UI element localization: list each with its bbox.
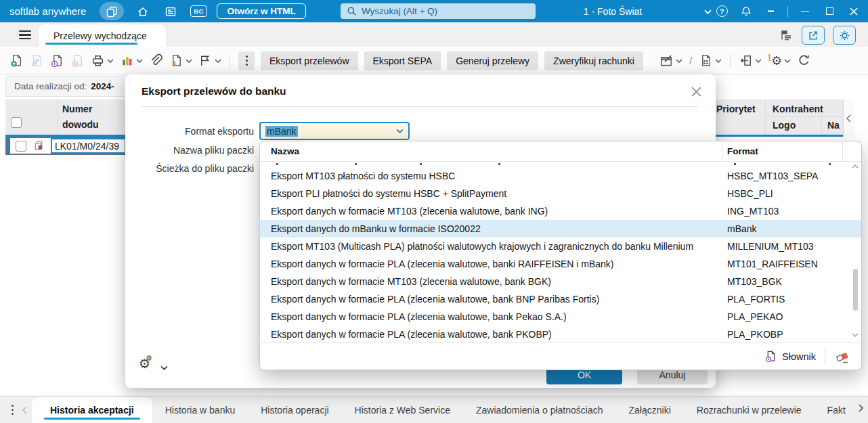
document-info-button[interactable]: [50, 51, 64, 71]
search-icon: [347, 6, 357, 16]
column-header-priorytet[interactable]: Priorytet: [716, 104, 756, 114]
table-row[interactable]: LK01/M0/24/39: [5, 137, 126, 155]
delete-document-button[interactable]: [70, 51, 85, 71]
column-header-numer[interactable]: Numer: [62, 104, 92, 114]
chevron-down-icon[interactable]: [107, 59, 114, 63]
help-button[interactable]: ?: [712, 2, 732, 20]
company-chevron-down-icon[interactable]: [704, 9, 712, 14]
chevron-down-icon[interactable]: [160, 365, 168, 370]
column-header-kontrahent[interactable]: Kontrahent: [773, 104, 823, 114]
chevron-down-icon[interactable]: [715, 59, 722, 63]
gear-icon: ⚙: [771, 55, 782, 67]
print-button[interactable]: [91, 51, 114, 71]
home-button[interactable]: [134, 3, 152, 20]
select-all-checkbox[interactable]: [11, 117, 22, 128]
format-option-row[interactable]: Eksport danych w formacie PLA (zlecenia …: [260, 255, 861, 273]
column-header-dowodu[interactable]: dowodu: [62, 119, 99, 130]
open-in-html-button[interactable]: Otwórz w HTML: [217, 3, 305, 19]
share-button[interactable]: [802, 26, 825, 45]
edit-document-button[interactable]: [30, 51, 44, 71]
workspaces-button[interactable]: [100, 2, 124, 20]
tabs-scroll-left-icon[interactable]: [22, 406, 28, 414]
format-export-combobox[interactable]: mBank: [259, 122, 410, 140]
format-option-row[interactable]: Eksport MT103 (Multicash PLA) płatności …: [260, 238, 861, 255]
close-window-button[interactable]: [844, 2, 864, 20]
toolbar-more-button[interactable]: [238, 51, 255, 70]
column-header-nazwa-partial[interactable]: Na: [827, 120, 840, 131]
company-selector[interactable]: 1 - Foto Świat: [552, 0, 674, 22]
minimize-button[interactable]: [795, 2, 815, 20]
format-option-row[interactable]: Eksport danych w formacie PLA (zlecenia …: [260, 326, 861, 343]
tabs-scroll-right-icon[interactable]: [858, 404, 863, 412]
dropdown-column-format[interactable]: Format: [727, 146, 758, 156]
more-options-button[interactable]: [760, 2, 781, 20]
dictionary-button[interactable]: Słownik: [764, 350, 816, 363]
export-sepa-button[interactable]: Eksport SEPA: [364, 51, 441, 70]
format-option-row[interactable]: Eksport MT103 płatności do systemu HSBC …: [260, 167, 861, 185]
generate-transfers-button[interactable]: Generuj przelewy: [447, 51, 538, 70]
compose-message-button[interactable]: [659, 51, 682, 71]
dialog-close-button[interactable]: [687, 83, 705, 99]
bottom-tab-historia-operacji[interactable]: Historia operacji: [248, 405, 341, 416]
column-divider: [765, 99, 766, 135]
new-document-button[interactable]: [9, 51, 24, 71]
cell-numer-dowodu[interactable]: LK01/M0/24/39: [51, 138, 126, 154]
bottom-tab-historia-w-banku[interactable]: Historia w banku: [152, 405, 248, 416]
bottom-tab-historia-web-service[interactable]: Historia z Web Service: [342, 405, 463, 416]
attachments-button[interactable]: [149, 51, 163, 71]
panel-list-icon[interactable]: [779, 28, 794, 43]
chart-button[interactable]: [120, 51, 143, 71]
export-transfers-button[interactable]: Eksport przelewów: [261, 51, 358, 70]
chevron-down-icon[interactable]: [186, 59, 192, 63]
bottom-tabs-more-button[interactable]: [12, 404, 14, 416]
bottom-tab-rozrachunki[interactable]: Rozrachunki w przelewie: [684, 405, 815, 416]
bottom-tab-faktury-partial[interactable]: Fakt: [815, 405, 859, 416]
notifications-button[interactable]: [736, 2, 756, 20]
collapse-panel-gutter[interactable]: [843, 99, 854, 137]
format-option-row[interactable]: Eksport PLI płatności do systemu HSBC + …: [260, 185, 861, 202]
bottom-tab-historia-akceptacji[interactable]: Historia akceptacji: [32, 397, 152, 423]
tab-przelewy-wychodzace[interactable]: Przelewy wychodzące: [39, 24, 166, 47]
bottom-tab-zawiadomienia[interactable]: Zawiadomienia o płatnościach: [463, 405, 616, 416]
format-option-row[interactable]: Eksport danych w formacie PLA (zlecenia …: [260, 290, 861, 308]
bottom-tab-zalaczniki[interactable]: Załączniki: [616, 405, 684, 416]
home-icon: [136, 5, 150, 18]
scrollbar-thumb[interactable]: [853, 269, 858, 311]
scroll-down-icon[interactable]: [852, 333, 859, 337]
dropdown-column-nazwa[interactable]: Nazwa: [260, 146, 299, 156]
settings-warning-button[interactable]: ! ⚙: [768, 51, 791, 71]
format-option-row[interactable]: Eksport danych w formacie MT103 (zleceni…: [260, 273, 861, 290]
chevron-down-icon[interactable]: [755, 59, 762, 63]
document-calculate-button[interactable]: [699, 51, 722, 71]
chevron-down-icon[interactable]: [396, 129, 404, 133]
business-central-button[interactable]: BC: [190, 3, 207, 20]
column-divider: [821, 116, 822, 135]
document-actions-button[interactable]: [169, 51, 192, 71]
chevron-left-icon: [846, 114, 852, 123]
scroll-up-icon[interactable]: [852, 164, 859, 169]
row-checkbox[interactable]: [16, 141, 26, 152]
dropdown-column-divider: [722, 141, 722, 162]
maximize-button[interactable]: [819, 2, 840, 20]
chevron-down-icon[interactable]: [784, 59, 791, 63]
flag-button[interactable]: [198, 51, 221, 71]
option-name: Eksport danych w formacie PLA (zlecenia …: [260, 294, 599, 305]
dialog-settings-button[interactable]: ⚙ ⚙: [139, 355, 168, 370]
chevron-down-icon[interactable]: [215, 59, 221, 63]
refresh-button[interactable]: [797, 51, 811, 71]
format-option-row-selected[interactable]: Eksport danych do mBanku w formacie ISO2…: [260, 220, 861, 238]
format-option-row[interactable]: Eksport danych w formacie PLA (zlecenia …: [260, 308, 861, 326]
news-button[interactable]: [162, 3, 179, 20]
option-name: Eksport danych w formacie MT103 (zleceni…: [260, 276, 551, 287]
main-menu-button[interactable]: [19, 30, 31, 39]
exit-view-button[interactable]: [739, 51, 762, 71]
theme-brightness-button[interactable]: [833, 26, 856, 45]
toolbar-divider: [730, 54, 731, 68]
format-option-row[interactable]: Eksport danych w formacie MT103 (zleceni…: [260, 202, 861, 220]
global-search-input[interactable]: Wyszukaj (Alt + Q): [341, 3, 536, 19]
verify-accounts-button[interactable]: Zweryfikuj rachunki: [544, 51, 643, 70]
eraser-icon[interactable]: [834, 349, 850, 365]
chevron-down-icon[interactable]: [136, 59, 143, 63]
chevron-down-icon[interactable]: [676, 59, 682, 63]
column-header-logo[interactable]: Logo: [773, 120, 796, 131]
